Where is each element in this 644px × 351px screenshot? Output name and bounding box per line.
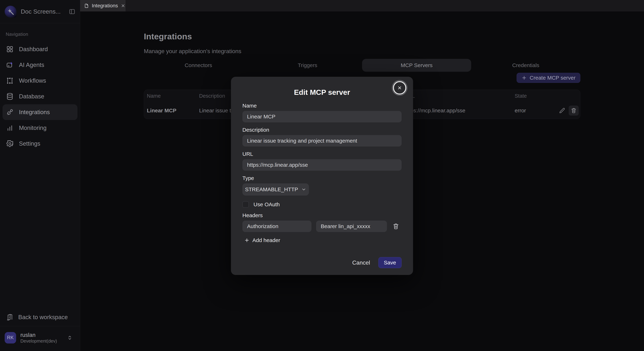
workspace-name: Doc Screens... — [21, 8, 64, 15]
sidebar-item-database[interactable]: Database — [2, 88, 78, 104]
page-title: Integrations — [144, 32, 580, 41]
plus-icon — [522, 75, 527, 80]
sidebar-collapse-button[interactable] — [69, 8, 75, 15]
app-logo — [5, 6, 16, 18]
header-value-input[interactable] — [316, 220, 387, 232]
edit-row-button[interactable] — [559, 108, 565, 114]
column-header-name: Name — [147, 93, 199, 99]
create-mcp-server-label: Create MCP server — [530, 75, 576, 81]
type-select[interactable]: STREAMABLE_HTTP — [242, 183, 309, 196]
tab-credentials[interactable]: Credentials — [471, 59, 580, 72]
headers-field-label: Headers — [242, 212, 402, 218]
add-header-button[interactable]: Add header — [242, 237, 281, 244]
sidebar-item-label: AI Agents — [19, 62, 44, 68]
editor-tab-label: Integrations — [92, 3, 118, 8]
header-key-input[interactable] — [242, 220, 312, 232]
door-icon — [6, 314, 13, 321]
gear-icon — [6, 140, 14, 148]
grid-icon — [6, 46, 14, 53]
column-header-url: URL — [404, 93, 515, 99]
sidebar-item-label: Workflows — [19, 77, 46, 84]
nav-section-label: Navigation — [0, 23, 80, 41]
add-header-label: Add header — [252, 237, 280, 243]
use-oauth-label: Use OAuth — [254, 202, 280, 208]
modal-title: Edit MCP server — [242, 88, 402, 96]
description-input[interactable] — [242, 135, 402, 146]
description-field-label: Description — [242, 127, 402, 133]
workflow-icon — [6, 77, 14, 84]
edit-mcp-server-modal: Edit MCP server Name Description URL Typ… — [231, 77, 413, 275]
back-to-workspace-button[interactable]: Back to workspace — [0, 310, 80, 326]
remove-header-button[interactable] — [393, 223, 399, 230]
cancel-button[interactable]: Cancel — [352, 260, 370, 266]
header-row — [242, 220, 402, 232]
type-field-label: Type — [242, 175, 402, 181]
chevron-down-icon — [301, 187, 306, 192]
plus-icon — [244, 238, 250, 243]
pencil-icon — [559, 108, 565, 114]
use-oauth-checkbox[interactable] — [242, 201, 249, 208]
tab-connectors[interactable]: Connectors — [144, 59, 253, 72]
editor-tab-integrations[interactable]: Integrations — [80, 0, 126, 12]
cell-state: error — [515, 108, 559, 114]
chevron-up-down-icon — [67, 335, 73, 341]
sidebar-item-monitoring[interactable]: Monitoring — [2, 120, 78, 136]
file-icon — [84, 4, 89, 8]
plug-icon — [6, 108, 14, 116]
sidebar-item-label: Settings — [19, 140, 40, 147]
integrations-tabs: Connectors Triggers MCP Servers Credenti… — [144, 59, 580, 72]
cell-url: https://mcp.linear.app/sse — [404, 108, 515, 114]
sidebar-item-label: Monitoring — [19, 124, 46, 131]
url-input[interactable] — [242, 159, 402, 171]
name-input[interactable] — [242, 111, 402, 122]
delete-row-button[interactable] — [569, 106, 579, 116]
trash-icon — [393, 223, 399, 230]
user-meta: ruslan Development(dev) — [20, 332, 62, 344]
sidebar-item-label: Integrations — [19, 109, 50, 116]
user-workspace: Development(dev) — [20, 338, 62, 344]
avatar: RK — [5, 332, 16, 344]
trash-icon — [571, 108, 576, 114]
create-mcp-server-button[interactable]: Create MCP server — [517, 73, 580, 83]
sidebar-item-settings[interactable]: Settings — [2, 136, 78, 152]
editor-tabstrip: Integrations — [80, 0, 644, 12]
star-wand-icon — [6, 8, 14, 16]
tab-triggers[interactable]: Triggers — [253, 59, 362, 72]
sidebar-item-label: Dashboard — [19, 46, 48, 52]
sidebar-item-dashboard[interactable]: Dashboard — [2, 41, 78, 57]
sidebar-item-ai-agents[interactable]: AI Agents — [2, 57, 78, 73]
sparkle-icon — [6, 61, 14, 69]
column-header-state: State — [515, 93, 559, 99]
sidebar-nav: Dashboard AI Agents Workflows — [0, 41, 80, 152]
user-menu[interactable]: RK ruslan Development(dev) — [0, 326, 80, 351]
cell-name: Linear MCP — [147, 108, 199, 114]
tab-mcp-servers[interactable]: MCP Servers — [362, 59, 471, 72]
url-field-label: URL — [242, 151, 402, 157]
user-name: ruslan — [20, 332, 62, 338]
page-subtitle: Manage your application's integrations — [144, 48, 580, 54]
sidebar-item-workflows[interactable]: Workflows — [2, 73, 78, 88]
workspace-header: Doc Screens... — [0, 0, 80, 23]
type-select-value: STREAMABLE_HTTP — [245, 186, 298, 192]
back-to-workspace-label: Back to workspace — [18, 314, 68, 320]
panel-left-icon — [69, 8, 75, 15]
sidebar-item-integrations[interactable]: Integrations — [2, 104, 78, 120]
sidebar: Doc Screens... Navigation Dashboard AI A… — [0, 0, 80, 351]
sidebar-item-label: Database — [19, 93, 44, 100]
save-button[interactable]: Save — [378, 257, 402, 268]
row-actions — [559, 106, 580, 116]
close-icon — [397, 85, 402, 91]
bar-chart-icon — [6, 124, 14, 132]
name-field-label: Name — [242, 103, 402, 109]
database-icon — [6, 93, 14, 100]
modal-close-button[interactable] — [393, 81, 406, 94]
tab-close-icon[interactable] — [121, 4, 126, 8]
